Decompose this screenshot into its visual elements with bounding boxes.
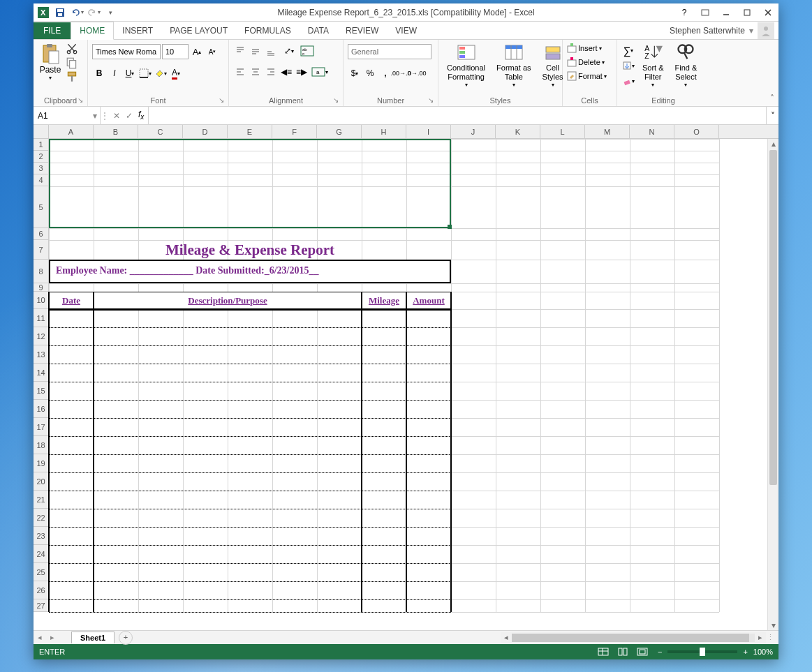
row-header-10[interactable]: 10 — [34, 292, 48, 309]
col-header-C[interactable]: C — [138, 125, 183, 138]
accounting-format-icon[interactable]: $▾ — [348, 66, 362, 80]
zoom-level[interactable]: 100% — [753, 648, 773, 656]
orientation-icon[interactable]: ⤢▾ — [279, 44, 299, 58]
sheet-nav-next-icon[interactable]: ▸ — [46, 633, 59, 642]
zoom-in-icon[interactable]: + — [743, 648, 747, 656]
sheet-tab-sheet1[interactable]: Sheet1 — [71, 632, 115, 643]
col-header-I[interactable]: I — [406, 125, 451, 138]
row-header-14[interactable]: 14 — [34, 364, 48, 382]
sort-filter-button[interactable]: AZSort & Filter▾ — [638, 41, 668, 90]
row-header-19[interactable]: 19 — [34, 454, 48, 472]
row-header-11[interactable]: 11 — [34, 309, 48, 327]
row-header-26[interactable]: 26 — [34, 581, 48, 599]
format-painter-icon[interactable] — [66, 70, 78, 83]
tab-data[interactable]: DATA — [300, 22, 337, 39]
bold-icon[interactable]: B — [92, 66, 106, 80]
col-header-F[interactable]: F — [272, 125, 317, 138]
font-color-icon[interactable]: A▾ — [169, 66, 183, 80]
alignment-launcher-icon[interactable]: ↘ — [333, 96, 341, 105]
user-name[interactable]: Stephen Satterwhite — [670, 26, 745, 36]
paste-button[interactable]: Paste▾ — [38, 41, 63, 82]
collapse-ribbon-icon[interactable]: ˄ — [770, 94, 774, 103]
insert-cells-button[interactable]: Insert ▾ — [567, 43, 602, 53]
row-header-18[interactable]: 18 — [34, 436, 48, 454]
col-header-L[interactable]: L — [540, 125, 585, 138]
cancel-formula-icon[interactable]: ✕ — [113, 111, 120, 121]
row-header-8[interactable]: 8 — [34, 260, 48, 283]
row-header-4[interactable]: 4 — [34, 174, 48, 186]
tab-formulas[interactable]: FORMULAS — [236, 22, 300, 39]
col-header-A[interactable]: A — [49, 125, 94, 138]
select-all-triangle[interactable] — [34, 125, 49, 139]
horizontal-scrollbar[interactable]: ◂ ▸ — [501, 632, 766, 643]
fill-color-icon[interactable]: ▾ — [154, 66, 168, 80]
row-header-16[interactable]: 16 — [34, 400, 48, 418]
number-launcher-icon[interactable]: ↘ — [428, 96, 436, 105]
fill-handle[interactable] — [448, 225, 452, 229]
font-size-input[interactable] — [162, 44, 189, 59]
cut-icon[interactable] — [66, 43, 78, 55]
percent-format-icon[interactable]: % — [363, 66, 377, 80]
clear-icon[interactable]: ▾ — [621, 74, 635, 88]
decrease-decimal-icon[interactable]: .0→.00 — [409, 66, 423, 80]
align-right-icon[interactable] — [264, 65, 278, 79]
file-tab[interactable]: FILE — [34, 22, 71, 39]
expand-formula-icon[interactable]: ˅ — [766, 107, 778, 124]
border-icon[interactable]: ▾ — [138, 66, 152, 80]
row-header-24[interactable]: 24 — [34, 545, 48, 563]
minimize-button[interactable] — [716, 3, 737, 22]
tab-insert[interactable]: INSERT — [114, 22, 161, 39]
col-header-K[interactable]: K — [496, 125, 540, 138]
row-header-5[interactable]: 5 — [34, 186, 48, 228]
excel-app-icon[interactable]: X — [36, 6, 50, 20]
row-header-23[interactable]: 23 — [34, 527, 48, 545]
maximize-button[interactable] — [737, 3, 758, 22]
name-box[interactable]: A1▾ — [34, 107, 101, 124]
merge-center-icon[interactable]: a▾ — [310, 65, 330, 79]
copy-icon[interactable] — [66, 57, 78, 69]
clipboard-launcher-icon[interactable]: ↘ — [77, 96, 86, 105]
vertical-scrollbar[interactable]: ▴ ▾ — [767, 139, 778, 630]
row-header-9[interactable]: 9 — [34, 283, 48, 292]
qat-customize-icon[interactable]: ▾ — [103, 6, 117, 20]
row-header-25[interactable]: 25 — [34, 563, 48, 581]
zoom-slider[interactable] — [667, 650, 737, 653]
undo-icon[interactable]: ▾ — [70, 6, 84, 20]
wrap-text-icon[interactable]: abc — [300, 44, 314, 58]
tab-page-layout[interactable]: PAGE LAYOUT — [161, 22, 236, 39]
align-middle-icon[interactable] — [249, 44, 263, 58]
font-launcher-icon[interactable]: ↘ — [219, 96, 227, 105]
hscroll-thumb[interactable] — [512, 634, 749, 642]
align-left-icon[interactable] — [233, 65, 247, 79]
tab-review[interactable]: REVIEW — [337, 22, 387, 39]
row-header-17[interactable]: 17 — [34, 418, 48, 436]
col-header-O[interactable]: O — [674, 125, 719, 138]
fill-icon[interactable]: ▾ — [621, 59, 635, 73]
vscroll-thumb[interactable] — [769, 150, 777, 485]
decrease-indent-icon[interactable]: ◀≡ — [279, 65, 293, 79]
align-bottom-icon[interactable] — [264, 44, 278, 58]
col-header-B[interactable]: B — [94, 125, 138, 138]
redo-icon[interactable]: ▾ — [87, 6, 101, 20]
row-header-27[interactable]: 27 — [34, 599, 48, 612]
col-header-D[interactable]: D — [183, 125, 228, 138]
conditional-formatting-button[interactable]: Conditional Formatting▾ — [443, 41, 489, 90]
underline-icon[interactable]: U▾ — [123, 66, 137, 80]
align-center-icon[interactable] — [249, 65, 263, 79]
enter-formula-icon[interactable]: ✓ — [126, 111, 133, 121]
row-header-3[interactable]: 3 — [34, 163, 48, 174]
row-header-13[interactable]: 13 — [34, 345, 48, 364]
add-sheet-button[interactable]: + — [119, 631, 133, 645]
close-button[interactable] — [758, 3, 778, 22]
col-header-J[interactable]: J — [451, 125, 496, 138]
row-header-6[interactable]: 6 — [34, 228, 48, 240]
increase-font-icon[interactable]: A▴ — [190, 45, 204, 59]
align-top-icon[interactable] — [233, 44, 247, 58]
format-as-table-button[interactable]: Format as Table▾ — [492, 41, 536, 90]
font-name-input[interactable] — [92, 44, 161, 59]
row-header-22[interactable]: 22 — [34, 509, 48, 527]
fx-icon[interactable]: fx — [138, 110, 144, 121]
find-select-button[interactable]: Find & Select▾ — [671, 41, 702, 90]
row-header-2[interactable]: 2 — [34, 151, 48, 163]
tab-view[interactable]: VIEW — [387, 22, 425, 39]
